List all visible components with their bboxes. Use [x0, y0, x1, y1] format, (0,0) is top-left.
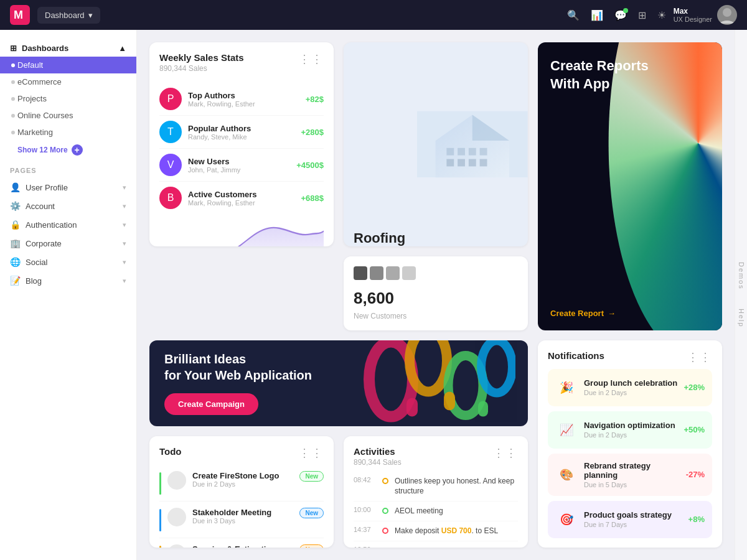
add-dashboard-button[interactable]: + [72, 144, 83, 156]
activities-card: Activities 890,344 Sales ⋮⋮ 08:42 Outlin… [344, 436, 528, 548]
customers-icons [354, 266, 518, 280]
svg-point-2 [723, 8, 731, 17]
customers-label: New Customers [354, 312, 518, 320]
sidebar-item-default[interactable]: Default [0, 57, 136, 73]
sales-stat-item: V New Users John, Pat, Jimmy +4500$ [159, 149, 324, 182]
dashboards-icon: ⊞ [10, 44, 17, 53]
svg-rect-13 [480, 159, 487, 167]
create-campaign-button[interactable]: Create Campaign [164, 393, 258, 415]
activity-item: 10:00 AEOL meeting [354, 502, 518, 521]
weekly-sales-subtitle: 890,344 Sales [159, 64, 244, 73]
chart-icon[interactable]: 📊 [591, 9, 603, 21]
show-more-button[interactable]: Show 12 More + [0, 141, 136, 159]
sales-avatar: V [159, 154, 182, 176]
todo-menu[interactable]: ⋮⋮ [299, 446, 324, 460]
notification-item[interactable]: 🎯 Product goals strategy Due in 7 Days +… [548, 501, 712, 538]
create-reports-title: Create ReportsWith App [538, 42, 722, 93]
top-navigation: M Dashboard ▾ 🔍 📊 💬 ⊞ ☀ Max UX Designer [0, 0, 747, 30]
sales-stat-item: T Popular Authors Randy, Steve, Mike +28… [159, 116, 324, 149]
brilliant-text: Brilliant Ideasfor Your Web Application … [164, 351, 312, 415]
notification-item[interactable]: 🎉 Group lunch celebration Due in 2 Days … [548, 369, 712, 406]
dashboards-label: Dashboards [22, 44, 68, 53]
grid-icon[interactable]: ⊞ [638, 9, 646, 21]
sidebar-page-account[interactable]: ⚙️ Account ▾ [0, 197, 136, 215]
todo-item: Stakeholder Meeting Due in 3 Days New [159, 502, 324, 538]
svg-rect-6 [447, 148, 454, 156]
nav-icons: 🔍 📊 💬 ⊞ ☀ [567, 9, 666, 21]
customers-icon-2 [370, 266, 383, 280]
main-content: Weekly Sales Stats 890,344 Sales ⋮⋮ P To… [137, 30, 735, 560]
sidebar-nav-items: DefaulteCommerceProjectsOnline CoursesMa… [0, 57, 136, 141]
notification-item[interactable]: 🎨 Rebrand strategy planning Due in 5 Day… [548, 454, 712, 496]
sales-avatar: P [159, 88, 182, 110]
avatar[interactable] [717, 5, 737, 25]
todo-list: Create FireStone Logo Due in 2 Days New … [149, 465, 334, 548]
chat-icon[interactable]: 💬 [614, 9, 627, 21]
sidebar-page-authentication[interactable]: 🔒 Authentication ▾ [0, 215, 136, 234]
sidebar-item-ecommerce[interactable]: eCommerce [0, 73, 136, 90]
customers-number: 8,600 [354, 289, 518, 308]
logo[interactable]: M [10, 5, 30, 25]
settings-icon[interactable]: ☀ [657, 9, 666, 21]
demos-label[interactable]: Demos [738, 262, 745, 290]
sidebar-page-social[interactable]: 🌐 Social ▾ [0, 253, 136, 271]
chevron-up-icon: ▲ [118, 44, 126, 53]
customers-icon-3 [386, 266, 400, 280]
customers-card: 8,600 New Customers [344, 256, 528, 330]
help-label[interactable]: Help [738, 309, 745, 328]
roofing-image [417, 42, 528, 246]
roofing-card: Roofing [344, 42, 528, 246]
activities-title: Activities [354, 446, 402, 457]
create-reports-card: Create ReportsWith App Create Report → [538, 42, 722, 330]
activity-item: 14:37 Make deposit USD 700. to ESL [354, 521, 518, 541]
sidebar-page-blog[interactable]: 📝 Blog ▾ [0, 271, 136, 290]
notif-icon: 🎉 [555, 376, 578, 399]
customers-icon-4 [402, 266, 416, 280]
svg-rect-9 [480, 148, 487, 156]
sales-stats-list: P Top Authors Mark, Rowling, Esther +82$… [149, 78, 334, 219]
sidebar-page-corporate[interactable]: 🏢 Corporate ▾ [0, 234, 136, 253]
notifications-card: Notifications ⋮⋮ 🎉 Group lunch celebrati… [538, 340, 722, 548]
svg-rect-10 [447, 159, 454, 167]
todo-item: Scoping & Estimations Due in 5 Days New [159, 538, 324, 548]
todo-title: Todo [159, 446, 182, 457]
svg-text:M: M [14, 9, 23, 21]
brilliant-ideas-card: Brilliant Ideasfor Your Web Application … [149, 340, 528, 426]
customers-icon-1 [354, 266, 367, 280]
activity-item: 16:50 Indulging in poorly driving and ke… [354, 541, 518, 548]
create-report-link[interactable]: Create Report → [538, 309, 722, 330]
sidebar-item-projects[interactable]: Projects [0, 90, 136, 107]
pages-label: PAGES [0, 159, 136, 178]
weekly-sales-menu[interactable]: ⋮⋮ [299, 52, 324, 66]
activities-menu[interactable]: ⋮⋮ [493, 446, 518, 460]
notif-icon: 🎯 [555, 508, 578, 531]
notif-icon: 📈 [555, 419, 578, 441]
activity-list: 08:42 Outlines keep you honest. And keep… [344, 472, 528, 548]
todo-item: Create FireStone Logo Due in 2 Days New [159, 465, 324, 502]
notifications-list: 🎉 Group lunch celebration Due in 2 Days … [538, 369, 722, 548]
dashboard-dropdown[interactable]: Dashboard ▾ [37, 7, 100, 24]
svg-rect-11 [458, 159, 466, 167]
sidebar-item-online-courses[interactable]: Online Courses [0, 107, 136, 124]
svg-rect-8 [469, 148, 476, 156]
notification-item[interactable]: 📈 Navigation optimization Due in 2 Days … [548, 411, 712, 449]
user-profile: Max UX Designer [674, 5, 737, 25]
sales-stat-item: P Top Authors Mark, Rowling, Esther +82$ [159, 83, 324, 116]
side-panel: Demos Help [735, 30, 747, 560]
sidebar: ⊞ Dashboards ▲ DefaulteCommerceProjectsO… [0, 30, 137, 560]
svg-rect-20 [478, 401, 488, 416]
weekly-sales-title: Weekly Sales Stats [159, 52, 244, 63]
search-icon[interactable]: 🔍 [567, 9, 580, 21]
sidebar-page-user-profile[interactable]: 👤 User Profile ▾ [0, 178, 136, 197]
sales-chart [149, 219, 334, 246]
sales-avatar: B [159, 187, 182, 209]
notif-icon: 🎨 [555, 464, 578, 486]
svg-point-17 [481, 340, 512, 393]
notifications-menu[interactable]: ⋮⋮ [687, 350, 712, 364]
sidebar-item-marketing[interactable]: Marketing [0, 124, 136, 141]
dashboards-header[interactable]: ⊞ Dashboards ▲ [0, 40, 136, 57]
brilliant-title: Brilliant Ideasfor Your Web Application [164, 351, 312, 383]
svg-rect-18 [406, 398, 418, 416]
weekly-sales-card: Weekly Sales Stats 890,344 Sales ⋮⋮ P To… [149, 42, 334, 246]
activity-item: 08:42 Outlines keep you honest. And keep… [354, 472, 518, 502]
